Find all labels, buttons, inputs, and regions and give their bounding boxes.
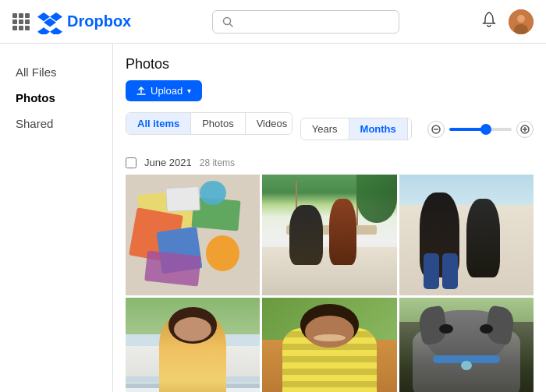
tab-all-items[interactable]: All items xyxy=(126,113,191,134)
zoom-in-button[interactable] xyxy=(516,121,534,138)
avatar[interactable] xyxy=(509,9,534,34)
tabs-row: All items Photos Videos Starred Years Mo… xyxy=(126,112,534,146)
photo-item-2[interactable] xyxy=(262,175,396,295)
sidebar-item-all-files[interactable]: All Files xyxy=(0,59,112,85)
section-count: 28 items xyxy=(200,157,235,168)
search-icon xyxy=(222,16,233,27)
sidebar-item-shared[interactable]: Shared xyxy=(0,111,112,136)
filter-tabs: All items Photos Videos Starred xyxy=(126,112,292,135)
tab-photos[interactable]: Photos xyxy=(191,113,245,134)
tab-days[interactable]: Days xyxy=(408,118,412,139)
zoom-control xyxy=(427,121,534,138)
section-title: June 2021 xyxy=(144,157,192,168)
logo[interactable]: Dropbox xyxy=(37,9,131,34)
tab-months[interactable]: Months xyxy=(349,118,408,139)
page-title: Photos xyxy=(126,56,534,72)
search-box[interactable] xyxy=(212,10,399,34)
svg-point-8 xyxy=(517,15,525,23)
zoom-out-button[interactable] xyxy=(427,121,445,138)
dropbox-logo-icon xyxy=(37,9,62,34)
zoom-slider[interactable] xyxy=(449,128,512,131)
layout: All Files Photos Shared Photos Upload ▾ … xyxy=(0,44,546,392)
photo-item-1[interactable] xyxy=(126,175,260,295)
header: Dropbox xyxy=(0,0,546,44)
photo-item-4[interactable] xyxy=(126,298,260,392)
svg-marker-4 xyxy=(50,27,62,34)
upload-chevron-icon: ▾ xyxy=(187,87,191,95)
sidebar: All Files Photos Shared xyxy=(0,44,113,392)
svg-line-6 xyxy=(230,23,233,26)
tab-years[interactable]: Years xyxy=(301,118,349,139)
section-header: June 2021 28 items xyxy=(126,157,534,168)
upload-button[interactable]: Upload ▾ xyxy=(126,80,202,101)
photo-grid: 2:17 xyxy=(126,175,534,392)
upload-icon xyxy=(136,87,146,96)
bell-icon[interactable] xyxy=(480,11,498,32)
apps-icon[interactable] xyxy=(12,13,30,30)
svg-marker-3 xyxy=(37,27,50,34)
time-tabs: Years Months Days xyxy=(300,118,412,140)
photo-item-6[interactable]: 2:17 xyxy=(399,298,534,392)
search-input[interactable] xyxy=(238,16,389,28)
header-left: Dropbox xyxy=(12,9,131,34)
sidebar-item-photos[interactable]: Photos xyxy=(0,85,112,111)
logo-text: Dropbox xyxy=(67,12,131,30)
main-content: Photos Upload ▾ All items Photos Videos xyxy=(113,44,546,392)
photo-item-3[interactable] xyxy=(399,175,534,295)
header-right xyxy=(480,9,534,34)
header-search xyxy=(131,10,480,34)
tab-videos[interactable]: Videos xyxy=(246,113,292,134)
section-checkbox[interactable] xyxy=(126,157,136,168)
photo-item-5[interactable] xyxy=(262,298,396,392)
